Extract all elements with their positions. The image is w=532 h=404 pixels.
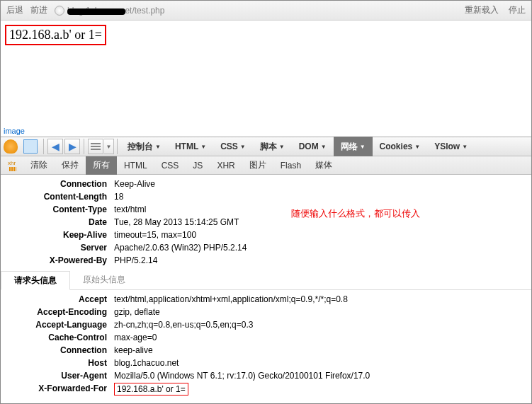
header-name: Content-Length <box>1 191 114 202</box>
response-headers: ConnectionKeep-AliveContent-Length18Cont… <box>1 175 531 396</box>
firebug-subtoolbar: 清除保持所有HTMLCSSJSXHR图片Flash媒体 <box>1 156 531 175</box>
firebug-toolbar: ◀ ▶ ▼ 控制台▼HTML▼CSS▼脚本▼DOM▼网络▼Cookies▼YSl… <box>1 137 531 156</box>
header-row: Hostblog.1chacuo.net <box>1 357 531 369</box>
header-value: zh-cn,zh;q=0.8,en-us;q=0.5,en;q=0.3 <box>114 319 253 330</box>
header-row: Cache-Controlmax-age=0 <box>1 331 531 344</box>
reload-button[interactable]: 重新载入 <box>465 4 499 16</box>
subtab-HTML[interactable]: HTML <box>117 156 154 175</box>
nav-prev-button[interactable]: ◀ <box>47 139 63 154</box>
header-value: text/html <box>114 204 146 215</box>
globe-icon <box>55 6 64 16</box>
header-value: Mozilla/5.0 (Windows NT 6.1; rv:17.0) Ge… <box>114 370 370 381</box>
header-row: X-Forwarded-For192.168.a.b' or 1= <box>1 382 531 396</box>
header-value: keep-alive <box>114 345 153 356</box>
forward-button[interactable]: 前进 <box>30 4 47 16</box>
header-name: Accept-Language <box>1 319 114 330</box>
list-dropdown[interactable]: ▼ <box>104 139 114 154</box>
header-name: Content-Type <box>1 204 114 215</box>
header-value: timeout=15, max=100 <box>114 229 196 241</box>
tab-HTML[interactable]: HTML▼ <box>168 137 213 156</box>
tab-DOM[interactable]: DOM▼ <box>292 137 334 156</box>
xff-highlighted-value: 192.168.a.b' or 1= <box>114 383 188 396</box>
tab-控制台[interactable]: 控制台▼ <box>120 137 168 156</box>
header-value: max-age=0 <box>114 332 157 343</box>
header-section-tabs: 请求头信息 原始头信息 <box>1 271 531 290</box>
list-toggle-button[interactable] <box>88 139 103 154</box>
url-text: blog.1chacuo.net/test.php <box>67 6 164 16</box>
header-value: Keep-Alive <box>114 178 155 190</box>
header-row: ServerApache/2.0.63 (Win32) PHP/5.2.14 <box>1 241 531 254</box>
header-name: Keep-Alive <box>1 229 114 241</box>
header-name: Date <box>1 217 114 228</box>
tab-YSlow[interactable]: YSlow▼ <box>427 137 475 156</box>
injected-output: 192.168.a.b' or 1= <box>5 25 106 45</box>
subtab-CSS[interactable]: CSS <box>154 156 186 175</box>
header-row: ConnectionKeep-Alive <box>1 178 531 190</box>
back-button[interactable]: 后退 <box>6 4 23 16</box>
header-name: X-Powered-By <box>1 255 114 266</box>
subtab-XHR[interactable]: XHR <box>210 156 242 175</box>
header-row: DateTue, 28 May 2013 15:14:25 GMT <box>1 216 531 229</box>
header-name: Connection <box>1 178 114 190</box>
header-value: text/html,application/xhtml+xml,applicat… <box>114 294 348 305</box>
header-value: Apache/2.0.63 (Win32) PHP/5.2.14 <box>114 242 247 253</box>
tab-Cookies[interactable]: Cookies▼ <box>373 137 428 156</box>
subtab-图片[interactable]: 图片 <box>242 156 273 175</box>
header-value: Tue, 28 May 2013 15:14:25 GMT <box>114 217 239 228</box>
subtab-所有[interactable]: 所有 <box>86 156 117 175</box>
header-name: Server <box>1 242 114 253</box>
subtab-媒体[interactable]: 媒体 <box>308 156 339 175</box>
tab-raw-headers[interactable]: 原始头信息 <box>70 271 138 289</box>
header-row: Content-Typetext/html <box>1 203 531 216</box>
tab-网络[interactable]: 网络▼ <box>334 137 373 156</box>
subtab-Flash[interactable]: Flash <box>273 156 308 175</box>
stop-button[interactable]: 停止 <box>509 4 526 16</box>
image-alt-link[interactable]: image <box>1 127 531 137</box>
header-row: Accept-Encodinggzip, deflate <box>1 306 531 318</box>
header-name: X-Forwarded-For <box>1 383 114 396</box>
redaction-mark <box>67 8 125 15</box>
header-name: Accept-Encoding <box>1 306 114 318</box>
header-name: Connection <box>1 345 114 356</box>
tab-request-headers[interactable]: 请求头信息 <box>1 271 70 290</box>
header-name: Host <box>1 357 114 369</box>
url-bar[interactable]: blog.1chacuo.net/test.php <box>55 6 164 16</box>
header-row: X-Powered-ByPHP/5.2.14 <box>1 254 531 267</box>
header-row: Connectionkeep-alive <box>1 344 531 357</box>
subtab-保持[interactable]: 保持 <box>55 156 86 175</box>
firebug-icon[interactable] <box>4 139 18 154</box>
header-value: gzip, deflate <box>114 306 160 318</box>
header-row: Content-Length18 <box>1 190 531 203</box>
inspect-icon[interactable] <box>23 139 38 154</box>
header-value: 192.168.a.b' or 1= <box>114 383 188 396</box>
header-name: Accept <box>1 294 114 305</box>
xhr-icon <box>8 160 19 171</box>
header-value: PHP/5.2.14 <box>114 255 157 266</box>
annotation-text: 随便输入什么格式，都可以传入 <box>291 207 420 220</box>
tab-CSS[interactable]: CSS▼ <box>213 137 253 156</box>
header-row: Accept-Languagezh-cn,zh;q=0.8,en-us;q=0.… <box>1 318 531 331</box>
browser-toolbar: 后退 前进 blog.1chacuo.net/test.php 重新载入 停止 <box>1 1 531 21</box>
header-name: Cache-Control <box>1 332 114 343</box>
subtab-清除[interactable]: 清除 <box>23 156 55 175</box>
header-value: blog.1chacuo.net <box>114 357 179 369</box>
header-row: User-AgentMozilla/5.0 (Windows NT 6.1; r… <box>1 369 531 382</box>
nav-next-button[interactable]: ▶ <box>64 139 80 154</box>
header-row: Accepttext/html,application/xhtml+xml,ap… <box>1 293 531 306</box>
header-value: 18 <box>114 191 123 202</box>
header-row: Keep-Alivetimeout=15, max=100 <box>1 229 531 241</box>
header-name: User-Agent <box>1 370 114 381</box>
page-content: 192.168.a.b' or 1= <box>1 21 531 127</box>
subtab-JS[interactable]: JS <box>186 156 210 175</box>
tab-脚本[interactable]: 脚本▼ <box>253 137 292 156</box>
